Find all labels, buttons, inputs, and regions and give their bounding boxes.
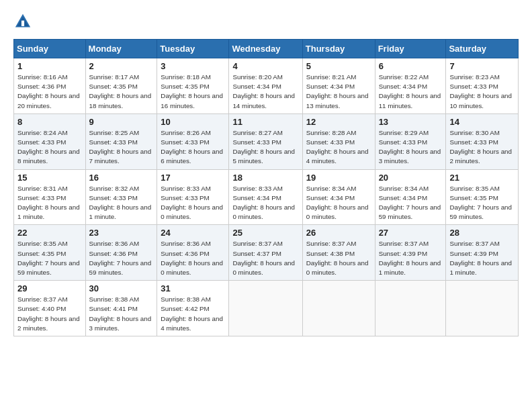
day-info: Sunrise: 8:38 AMSunset: 4:42 PMDaylight:… <box>161 295 225 333</box>
day-number: 23 <box>89 228 154 238</box>
day-number: 18 <box>232 173 298 183</box>
day-number: 13 <box>379 117 443 127</box>
calendar-cell: 16Sunrise: 8:32 AMSunset: 4:33 PMDayligh… <box>85 169 157 225</box>
day-info: Sunrise: 8:28 AMSunset: 4:33 PMDaylight:… <box>306 128 371 167</box>
calendar-cell: 7Sunrise: 8:23 AMSunset: 4:33 PMDaylight… <box>446 58 519 114</box>
calendar-cell: 18Sunrise: 8:33 AMSunset: 4:34 PMDayligh… <box>229 169 302 225</box>
col-header-tuesday: Tuesday <box>157 40 229 58</box>
col-header-wednesday: Wednesday <box>229 40 302 58</box>
day-info: Sunrise: 8:23 AMSunset: 4:33 PMDaylight:… <box>449 73 515 111</box>
calendar-cell: 30Sunrise: 8:38 AMSunset: 4:41 PMDayligh… <box>85 281 157 336</box>
day-number: 9 <box>89 117 154 127</box>
calendar-cell: 4Sunrise: 8:20 AMSunset: 4:34 PMDaylight… <box>229 58 302 114</box>
day-info: Sunrise: 8:37 AMSunset: 4:38 PMDaylight:… <box>306 239 371 277</box>
calendar-week-2: 8Sunrise: 8:24 AMSunset: 4:33 PMDaylight… <box>14 113 519 169</box>
day-info: Sunrise: 8:17 AMSunset: 4:35 PMDaylight:… <box>89 73 154 111</box>
calendar-cell: 11Sunrise: 8:27 AMSunset: 4:33 PMDayligh… <box>229 113 302 169</box>
calendar-cell: 9Sunrise: 8:25 AMSunset: 4:33 PMDaylight… <box>85 113 157 169</box>
day-info: Sunrise: 8:33 AMSunset: 4:33 PMDaylight:… <box>161 184 225 222</box>
logo <box>13 12 35 31</box>
day-number: 31 <box>161 283 225 293</box>
calendar-week-5: 29Sunrise: 8:37 AMSunset: 4:40 PMDayligh… <box>14 281 519 336</box>
day-number: 6 <box>379 61 443 71</box>
logo-icon <box>13 12 32 31</box>
calendar-cell: 28Sunrise: 8:37 AMSunset: 4:39 PMDayligh… <box>446 225 519 281</box>
day-info: Sunrise: 8:37 AMSunset: 4:37 PMDaylight:… <box>232 239 298 277</box>
header <box>13 12 519 31</box>
calendar-cell: 23Sunrise: 8:36 AMSunset: 4:36 PMDayligh… <box>85 225 157 281</box>
calendar-cell: 14Sunrise: 8:30 AMSunset: 4:33 PMDayligh… <box>446 113 519 169</box>
day-info: Sunrise: 8:24 AMSunset: 4:33 PMDaylight:… <box>17 128 82 167</box>
calendar-cell: 20Sunrise: 8:34 AMSunset: 4:34 PMDayligh… <box>375 169 446 225</box>
calendar-week-1: 1Sunrise: 8:16 AMSunset: 4:36 PMDaylight… <box>14 58 519 114</box>
day-number: 15 <box>17 173 82 183</box>
col-header-sunday: Sunday <box>14 40 86 58</box>
day-number: 24 <box>161 228 225 238</box>
day-info: Sunrise: 8:36 AMSunset: 4:36 PMDaylight:… <box>161 239 225 277</box>
svg-rect-2 <box>21 21 24 26</box>
day-number: 21 <box>449 173 515 183</box>
day-info: Sunrise: 8:18 AMSunset: 4:35 PMDaylight:… <box>161 73 225 111</box>
col-header-thursday: Thursday <box>302 40 375 58</box>
calendar-cell: 12Sunrise: 8:28 AMSunset: 4:33 PMDayligh… <box>302 113 375 169</box>
day-number: 10 <box>161 117 225 127</box>
calendar-cell: 24Sunrise: 8:36 AMSunset: 4:36 PMDayligh… <box>157 225 229 281</box>
col-header-saturday: Saturday <box>446 40 519 58</box>
day-info: Sunrise: 8:31 AMSunset: 4:33 PMDaylight:… <box>17 184 82 222</box>
day-info: Sunrise: 8:37 AMSunset: 4:39 PMDaylight:… <box>379 239 443 277</box>
calendar: SundayMondayTuesdayWednesdayThursdayFrid… <box>13 39 519 336</box>
calendar-cell: 25Sunrise: 8:37 AMSunset: 4:37 PMDayligh… <box>229 225 302 281</box>
day-number: 11 <box>232 117 298 127</box>
day-info: Sunrise: 8:32 AMSunset: 4:33 PMDaylight:… <box>89 184 154 222</box>
calendar-cell: 26Sunrise: 8:37 AMSunset: 4:38 PMDayligh… <box>302 225 375 281</box>
day-info: Sunrise: 8:21 AMSunset: 4:34 PMDaylight:… <box>306 73 371 111</box>
col-header-friday: Friday <box>375 40 446 58</box>
calendar-cell: 29Sunrise: 8:37 AMSunset: 4:40 PMDayligh… <box>14 281 86 336</box>
calendar-cell: 6Sunrise: 8:22 AMSunset: 4:34 PMDaylight… <box>375 58 446 114</box>
page: SundayMondayTuesdayWednesdayThursdayFrid… <box>0 0 532 411</box>
day-number: 2 <box>89 61 154 71</box>
day-number: 1 <box>17 61 82 71</box>
calendar-cell: 1Sunrise: 8:16 AMSunset: 4:36 PMDaylight… <box>14 58 86 114</box>
day-info: Sunrise: 8:29 AMSunset: 4:33 PMDaylight:… <box>379 128 443 167</box>
day-info: Sunrise: 8:25 AMSunset: 4:33 PMDaylight:… <box>89 128 154 167</box>
day-number: 22 <box>17 228 82 238</box>
day-info: Sunrise: 8:35 AMSunset: 4:35 PMDaylight:… <box>449 184 515 222</box>
day-info: Sunrise: 8:37 AMSunset: 4:39 PMDaylight:… <box>449 239 515 277</box>
day-number: 8 <box>17 117 82 127</box>
day-info: Sunrise: 8:30 AMSunset: 4:33 PMDaylight:… <box>449 128 515 167</box>
day-number: 17 <box>161 173 225 183</box>
calendar-cell: 15Sunrise: 8:31 AMSunset: 4:33 PMDayligh… <box>14 169 86 225</box>
day-info: Sunrise: 8:20 AMSunset: 4:34 PMDaylight:… <box>232 73 298 111</box>
calendar-week-4: 22Sunrise: 8:35 AMSunset: 4:35 PMDayligh… <box>14 225 519 281</box>
day-info: Sunrise: 8:16 AMSunset: 4:36 PMDaylight:… <box>17 73 82 111</box>
calendar-week-3: 15Sunrise: 8:31 AMSunset: 4:33 PMDayligh… <box>14 169 519 225</box>
day-info: Sunrise: 8:36 AMSunset: 4:36 PMDaylight:… <box>89 239 154 277</box>
day-number: 20 <box>379 173 443 183</box>
day-number: 4 <box>232 61 298 71</box>
day-number: 16 <box>89 173 154 183</box>
day-info: Sunrise: 8:35 AMSunset: 4:35 PMDaylight:… <box>17 239 82 277</box>
calendar-cell <box>446 281 519 336</box>
calendar-cell <box>375 281 446 336</box>
day-number: 3 <box>161 61 225 71</box>
calendar-cell: 21Sunrise: 8:35 AMSunset: 4:35 PMDayligh… <box>446 169 519 225</box>
col-header-monday: Monday <box>85 40 157 58</box>
calendar-cell: 8Sunrise: 8:24 AMSunset: 4:33 PMDaylight… <box>14 113 86 169</box>
day-info: Sunrise: 8:27 AMSunset: 4:33 PMDaylight:… <box>232 128 298 167</box>
day-number: 5 <box>306 61 371 71</box>
calendar-cell: 2Sunrise: 8:17 AMSunset: 4:35 PMDaylight… <box>85 58 157 114</box>
day-number: 27 <box>379 228 443 238</box>
day-number: 19 <box>306 173 371 183</box>
day-info: Sunrise: 8:34 AMSunset: 4:34 PMDaylight:… <box>306 184 371 222</box>
day-info: Sunrise: 8:37 AMSunset: 4:40 PMDaylight:… <box>17 295 82 333</box>
calendar-cell: 10Sunrise: 8:26 AMSunset: 4:33 PMDayligh… <box>157 113 229 169</box>
day-number: 25 <box>232 228 298 238</box>
calendar-cell: 13Sunrise: 8:29 AMSunset: 4:33 PMDayligh… <box>375 113 446 169</box>
calendar-cell <box>229 281 302 336</box>
calendar-cell <box>302 281 375 336</box>
calendar-cell: 19Sunrise: 8:34 AMSunset: 4:34 PMDayligh… <box>302 169 375 225</box>
day-info: Sunrise: 8:26 AMSunset: 4:33 PMDaylight:… <box>161 128 225 167</box>
day-number: 7 <box>449 61 515 71</box>
day-number: 26 <box>306 228 371 238</box>
